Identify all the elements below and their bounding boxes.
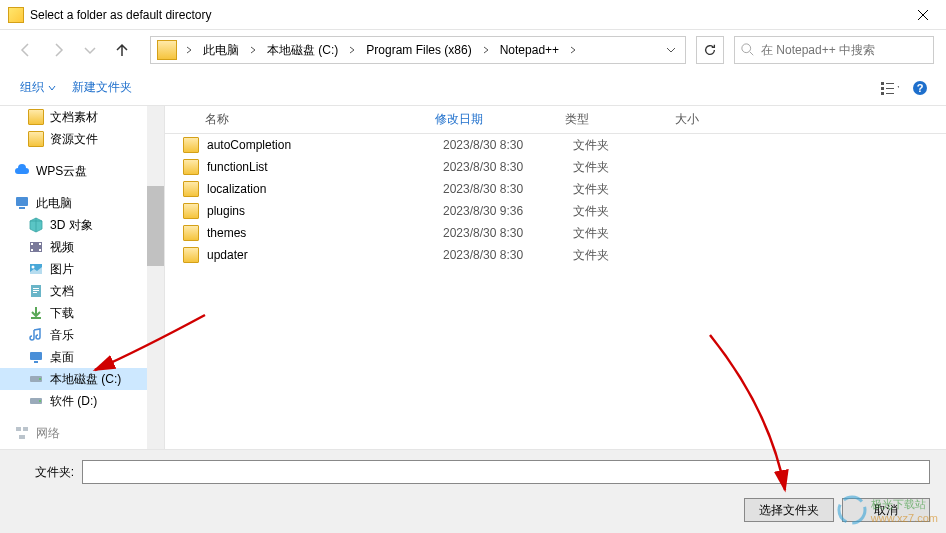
sidebar-item-videos[interactable]: 视频 xyxy=(0,236,147,258)
disk-icon xyxy=(28,371,44,387)
crumb-thispc[interactable]: 此电脑 xyxy=(197,38,245,62)
search-input[interactable] xyxy=(761,43,927,57)
svg-rect-2 xyxy=(881,87,884,90)
sidebar: 文档素材 资源文件 WPS云盘 此电脑 3D 对象 视频 xyxy=(0,106,165,449)
forward-button[interactable] xyxy=(44,36,72,64)
column-size[interactable]: 大小 xyxy=(675,111,755,128)
view-button[interactable] xyxy=(874,74,902,102)
organize-button[interactable]: 组织 xyxy=(12,75,64,100)
breadcrumb[interactable]: 此电脑 本地磁盘 (C:) Program Files (x86) Notepa… xyxy=(150,36,686,64)
sidebar-wps[interactable]: WPS云盘 xyxy=(0,160,147,182)
select-folder-button[interactable]: 选择文件夹 xyxy=(744,498,834,522)
music-icon xyxy=(28,327,44,343)
sidebar-item-downloads[interactable]: 下载 xyxy=(0,302,147,324)
column-type[interactable]: 类型 xyxy=(565,111,675,128)
file-type: 文件夹 xyxy=(573,225,683,242)
file-list: autoCompletion 2023/8/30 8:30 文件夹 functi… xyxy=(165,134,946,449)
file-date: 2023/8/30 8:30 xyxy=(443,248,573,262)
close-icon xyxy=(918,10,928,20)
search-icon xyxy=(741,43,755,57)
view-icon xyxy=(877,80,899,96)
svg-point-27 xyxy=(39,400,41,402)
watermark-url: www.xz7.com xyxy=(871,512,938,524)
sidebar-item-label: 图片 xyxy=(50,261,74,278)
search-box[interactable] xyxy=(734,36,934,64)
sidebar-item-label: 网络 xyxy=(36,425,60,442)
folder-input[interactable] xyxy=(82,460,930,484)
cube-icon xyxy=(28,217,44,233)
crumb-sep-icon[interactable] xyxy=(181,46,197,54)
file-type: 文件夹 xyxy=(573,203,683,220)
sidebar-item-resources[interactable]: 资源文件 xyxy=(0,128,147,150)
chevron-down-icon xyxy=(82,42,98,58)
file-row[interactable]: updater 2023/8/30 8:30 文件夹 xyxy=(175,244,946,266)
breadcrumb-dropdown[interactable] xyxy=(659,38,683,62)
sidebar-item-pictures[interactable]: 图片 xyxy=(0,258,147,280)
sidebar-thispc[interactable]: 此电脑 xyxy=(0,192,147,214)
sidebar-item-disk-d[interactable]: 软件 (D:) xyxy=(0,390,147,412)
download-icon xyxy=(28,305,44,321)
file-name: functionList xyxy=(207,160,443,174)
sidebar-item-3d[interactable]: 3D 对象 xyxy=(0,214,147,236)
watermark-text: 极光下载站 xyxy=(871,497,938,512)
folder-icon xyxy=(183,203,199,219)
svg-rect-1 xyxy=(881,82,884,85)
file-row[interactable]: localization 2023/8/30 8:30 文件夹 xyxy=(175,178,946,200)
file-name: autoCompletion xyxy=(207,138,443,152)
folder-icon xyxy=(28,131,44,147)
svg-rect-12 xyxy=(31,243,33,245)
sidebar-item-docs[interactable]: 文档素材 xyxy=(0,106,147,128)
svg-rect-4 xyxy=(886,83,894,84)
titlebar: Select a folder as default directory xyxy=(0,0,946,30)
sidebar-item-label: 桌面 xyxy=(50,349,74,366)
crumb-notepadpp[interactable]: Notepad++ xyxy=(494,38,565,62)
crumb-sep-icon[interactable] xyxy=(344,46,360,54)
close-button[interactable] xyxy=(900,0,946,30)
scrollbar-thumb[interactable] xyxy=(147,186,164,266)
crumb-disk-c[interactable]: 本地磁盘 (C:) xyxy=(261,38,344,62)
file-row[interactable]: plugins 2023/8/30 9:36 文件夹 xyxy=(175,200,946,222)
sidebar-item-label: 软件 (D:) xyxy=(50,393,97,410)
file-row[interactable]: themes 2023/8/30 8:30 文件夹 xyxy=(175,222,946,244)
crumb-sep-icon[interactable] xyxy=(478,46,494,54)
up-button[interactable] xyxy=(108,36,136,64)
crumb-sep-icon[interactable] xyxy=(565,46,581,54)
file-date: 2023/8/30 8:30 xyxy=(443,182,573,196)
sidebar-scrollbar[interactable] xyxy=(147,106,164,449)
file-type: 文件夹 xyxy=(573,247,683,264)
recent-button[interactable] xyxy=(76,36,104,64)
file-row[interactable]: functionList 2023/8/30 8:30 文件夹 xyxy=(175,156,946,178)
file-row[interactable]: autoCompletion 2023/8/30 8:30 文件夹 xyxy=(175,134,946,156)
sidebar-item-label: 此电脑 xyxy=(36,195,72,212)
sidebar-network[interactable]: 网络 xyxy=(0,422,147,444)
watermark-icon xyxy=(837,495,867,525)
help-button[interactable]: ? xyxy=(906,74,934,102)
new-folder-label: 新建文件夹 xyxy=(72,79,132,96)
app-icon xyxy=(8,7,24,23)
file-type: 文件夹 xyxy=(573,137,683,154)
sidebar-item-disk-c[interactable]: 本地磁盘 (C:) xyxy=(0,368,147,390)
crumb-program-files[interactable]: Program Files (x86) xyxy=(360,38,477,62)
up-arrow-icon xyxy=(114,42,130,58)
refresh-button[interactable] xyxy=(696,36,724,64)
sidebar-item-desktop[interactable]: 桌面 xyxy=(0,346,147,368)
sidebar-item-label: 音乐 xyxy=(50,327,74,344)
forward-arrow-icon xyxy=(50,42,66,58)
column-date[interactable]: 修改日期 xyxy=(435,111,565,128)
organize-label: 组织 xyxy=(20,79,44,96)
sidebar-item-label: 本地磁盘 (C:) xyxy=(50,371,121,388)
file-name: localization xyxy=(207,182,443,196)
svg-rect-3 xyxy=(881,92,884,95)
sidebar-item-documents[interactable]: 文档 xyxy=(0,280,147,302)
new-folder-button[interactable]: 新建文件夹 xyxy=(64,75,140,100)
column-name[interactable]: 名称 xyxy=(205,111,435,128)
svg-rect-21 xyxy=(33,292,37,293)
file-name: themes xyxy=(207,226,443,240)
back-button[interactable] xyxy=(12,36,40,64)
watermark: 极光下载站 www.xz7.com xyxy=(837,495,938,525)
svg-rect-30 xyxy=(19,435,25,439)
image-icon xyxy=(28,261,44,277)
svg-rect-22 xyxy=(30,352,42,360)
sidebar-item-music[interactable]: 音乐 xyxy=(0,324,147,346)
crumb-sep-icon[interactable] xyxy=(245,46,261,54)
